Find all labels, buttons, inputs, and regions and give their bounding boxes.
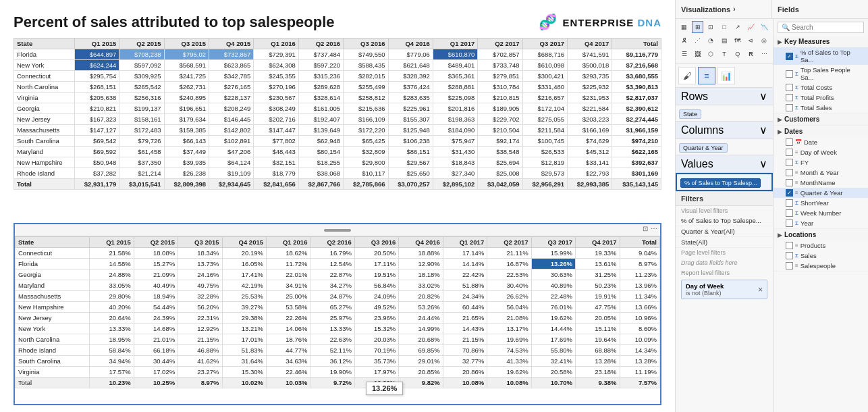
- field-checkbox[interactable]: ✓: [786, 53, 793, 60]
- viz-icon-gauge[interactable]: ◎: [758, 34, 770, 47]
- table-row: Maryland$69,592$61,458$37,449$47,206$48,…: [14, 147, 661, 157]
- field-item[interactable]: ≡Month & Year: [774, 168, 868, 178]
- values-field-tag[interactable]: % of Sales to Top Salesp...: [680, 178, 761, 188]
- field-checkbox[interactable]: [786, 138, 793, 146]
- fields-search-input[interactable]: [792, 24, 860, 31]
- viz-icon-funnel[interactable]: ⊲: [745, 34, 757, 47]
- dow-filter-tag[interactable]: Day of Week is not (Blank) ×: [681, 280, 767, 299]
- viz-icon-image[interactable]: 🖼: [692, 48, 704, 60]
- table-row: South Carolina34.94%30.44%41.62%31.64%34…: [16, 356, 660, 367]
- field-item[interactable]: ≡MonthName: [774, 178, 868, 188]
- visual-filter-2[interactable]: Quarter & Year(All): [676, 226, 773, 237]
- field-item[interactable]: ΣWeek Number: [774, 208, 868, 218]
- viz-icon-shape[interactable]: ⬡: [705, 48, 717, 60]
- drag-handle: [324, 229, 351, 232]
- enterprise-logo: 🧬 ENTERPRISE DNA: [539, 14, 661, 31]
- visual-filter-1[interactable]: % of Sales to Top Salespe...: [676, 215, 773, 226]
- fields-group-header[interactable]: ▶Locations: [774, 229, 868, 240]
- field-checkbox[interactable]: [786, 169, 793, 176]
- table-row: Total10.23%10.25%8.97%10.02%10.03%9.72%1…: [16, 378, 660, 388]
- field-checkbox[interactable]: [786, 262, 793, 269]
- expand-icon[interactable]: ⊡: [643, 225, 648, 232]
- field-checkbox[interactable]: [786, 104, 793, 111]
- col-b-q2-2016: Q2 2016: [310, 237, 354, 248]
- table-row: Georgia$210,821$199,137$196,651$208,249$…: [14, 103, 661, 114]
- field-item[interactable]: ≡Salespeople: [774, 261, 868, 271]
- field-item[interactable]: ≡Products: [774, 240, 868, 251]
- field-checkbox[interactable]: [786, 199, 793, 207]
- viz-icon-qna[interactable]: Q: [732, 48, 744, 60]
- field-checkbox[interactable]: [786, 220, 793, 227]
- field-label: Top Sales People Sa...: [801, 66, 864, 81]
- rp-content: ▦ ⊞ ⊡ □ ↗ 📈 📉 🎗 ⋰ ◔ ▤ 🗺 ⊲ ◎: [676, 19, 868, 412]
- field-checkbox[interactable]: [786, 179, 793, 186]
- columns-drop-zone[interactable]: Quarter & Year: [676, 139, 773, 155]
- visual-filter-3[interactable]: State(All): [676, 237, 773, 248]
- field-checkbox[interactable]: [786, 70, 793, 78]
- field-item[interactable]: ✓Σ% of Sales to Top Sa...: [774, 47, 868, 65]
- field-type-icon: Σ: [795, 200, 798, 206]
- field-item[interactable]: ΣSales: [774, 251, 868, 261]
- table-row: Florida14.58%15.27%13.73%16.05%11.72%12.…: [16, 259, 660, 269]
- viz-icon-slicer[interactable]: ☰: [678, 48, 690, 60]
- fields-group-header[interactable]: ▶Dates: [774, 126, 868, 137]
- field-checkbox[interactable]: [786, 149, 793, 156]
- bottom-table-drag-bar[interactable]: ⊡ ⋯: [15, 224, 660, 236]
- field-item[interactable]: ΣTotal Sales: [774, 103, 868, 113]
- field-checkbox[interactable]: [786, 252, 793, 259]
- analytics-icon[interactable]: 📊: [717, 67, 735, 84]
- field-type-icon: Σ: [795, 53, 798, 59]
- viz-icon-pie[interactable]: ◔: [705, 34, 717, 47]
- viz-icon-kpi[interactable]: ↗: [732, 21, 744, 33]
- viz-icon-line[interactable]: 📈: [745, 21, 757, 33]
- group-chevron: ▶: [778, 38, 782, 45]
- field-item[interactable]: ΣTotal Costs: [774, 82, 868, 93]
- viz-icon-treemap[interactable]: ▤: [718, 34, 730, 47]
- field-item[interactable]: ΣTotal Profits: [774, 93, 868, 103]
- viz-icon-bar[interactable]: ▦: [678, 21, 690, 33]
- viz-icon-table[interactable]: ⊞: [692, 21, 704, 33]
- viz-icon-matrix[interactable]: ⊡: [705, 21, 717, 33]
- bottom-table-wrapper: ⊡ ⋯ State Q1 2015 Q2 2015 Q3 2015 Q4 201…: [13, 223, 661, 405]
- field-checkbox[interactable]: [786, 94, 793, 101]
- field-label: Quarter & Year: [801, 189, 843, 197]
- field-label: % of Sales to Top Sa...: [801, 49, 864, 63]
- field-checkbox[interactable]: [786, 84, 793, 91]
- field-item[interactable]: ΣShortYear: [774, 198, 868, 208]
- viz-icon-card[interactable]: □: [718, 21, 730, 33]
- fields-search-bar[interactable]: 🔍: [778, 22, 864, 33]
- viz-icon-scatter[interactable]: ⋰: [692, 34, 704, 47]
- rows-chevron: ∨: [759, 90, 767, 103]
- group-label: Locations: [784, 231, 816, 238]
- field-item[interactable]: ✓≡Quarter & Year: [774, 188, 868, 198]
- viz-icon-map[interactable]: 🗺: [732, 34, 744, 47]
- fields-icon-tool[interactable]: ≡: [698, 67, 715, 84]
- field-item[interactable]: ΣYear: [774, 218, 868, 228]
- viz-icon-more[interactable]: ⋯: [758, 48, 770, 60]
- table-row: New Jersey20.64%24.39%22.31%29.38%22.26%…: [16, 313, 660, 324]
- rows-field-tag[interactable]: State: [679, 109, 701, 119]
- field-checkbox[interactable]: ✓: [786, 189, 793, 197]
- fields-header: Fields: [772, 0, 868, 18]
- format-icon[interactable]: 🖌: [678, 67, 696, 84]
- field-item[interactable]: 📅Date: [774, 137, 868, 147]
- values-drop-zone[interactable]: % of Sales to Top Salesp...: [676, 173, 773, 191]
- field-checkbox[interactable]: [786, 159, 793, 166]
- columns-field-tag[interactable]: Quarter & Year: [679, 143, 728, 153]
- viz-icon-r[interactable]: R: [745, 48, 757, 60]
- dow-filter-x-btn[interactable]: ×: [758, 285, 763, 294]
- col-b-q1-2016: Q1 2016: [267, 237, 310, 248]
- rows-section-header: Rows ∨: [676, 88, 773, 105]
- viz-icon-text[interactable]: T: [718, 48, 730, 60]
- fields-group-header[interactable]: ▶Customers: [774, 113, 868, 125]
- field-item[interactable]: ΣFY: [774, 157, 868, 168]
- field-item[interactable]: ΣTop Sales People Sa...: [774, 65, 868, 82]
- field-checkbox[interactable]: [786, 242, 793, 249]
- rows-drop-zone[interactable]: State: [676, 105, 773, 122]
- field-checkbox[interactable]: [786, 209, 793, 217]
- viz-icon-area[interactable]: 📉: [758, 21, 770, 33]
- field-item[interactable]: ≡Day of Week: [774, 147, 868, 157]
- more-icon[interactable]: ⋯: [651, 225, 657, 232]
- fields-group-header[interactable]: ▶Key Measures: [774, 36, 868, 47]
- viz-icon-ribbon[interactable]: 🎗: [678, 34, 690, 47]
